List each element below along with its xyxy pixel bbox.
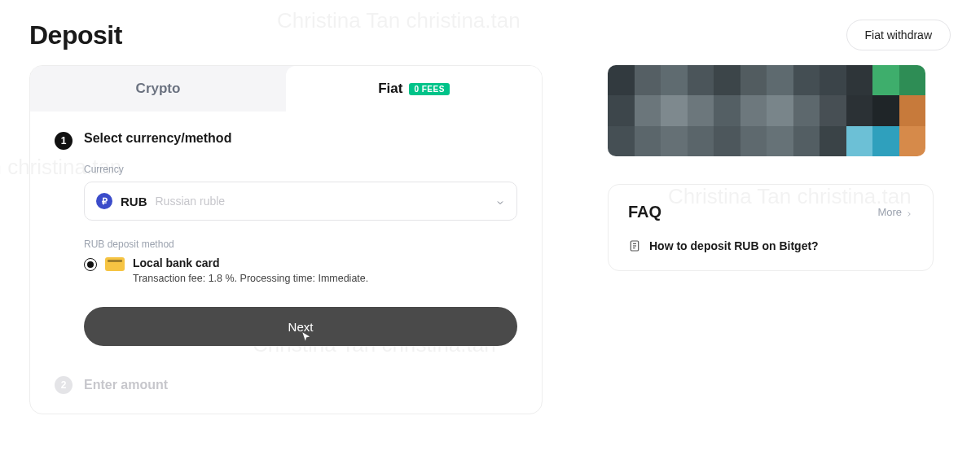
chevron-right-icon xyxy=(905,208,913,217)
currency-label: Currency xyxy=(84,164,517,175)
deposit-tabs: Crypto Fiat 0 FEES xyxy=(30,66,542,112)
deposit-card: Crypto Fiat 0 FEES 1 Select currency/met… xyxy=(29,65,543,414)
document-icon xyxy=(628,239,641,252)
tab-fiat-label: Fiat xyxy=(378,81,402,97)
tab-crypto[interactable]: Crypto xyxy=(30,66,286,112)
step-1-title: Select currency/method xyxy=(84,131,517,146)
next-button[interactable]: Next xyxy=(84,307,517,346)
rub-coin-icon: ₽ xyxy=(96,193,112,209)
bank-card-icon xyxy=(105,257,125,271)
cursor-icon xyxy=(301,331,312,343)
faq-more-link[interactable]: More xyxy=(877,206,913,218)
faq-card: FAQ More How to deposit RUB on Bitget? xyxy=(608,184,934,271)
chevron-down-icon xyxy=(495,196,505,206)
faq-more-label: More xyxy=(877,206,902,218)
faq-item-text: How to deposit RUB on Bitget? xyxy=(649,239,819,252)
method-subtext: Transaction fee: 1.8 %. Processing time:… xyxy=(133,273,517,284)
method-name: Local bank card xyxy=(133,256,517,269)
currency-select[interactable]: ₽ RUB Russian ruble xyxy=(84,182,517,221)
method-option-local-bank-card[interactable]: Local bank card Transaction fee: 1.8 %. … xyxy=(84,256,517,284)
fiat-withdraw-button[interactable]: Fiat withdraw xyxy=(846,20,951,50)
tab-fiat[interactable]: Fiat 0 FEES xyxy=(286,66,542,112)
page-title: Deposit xyxy=(29,20,122,50)
zero-fees-badge: 0 FEES xyxy=(409,83,449,95)
radio-selected-icon xyxy=(84,258,97,271)
step-2-title: Enter amount xyxy=(84,378,168,392)
step-1-number: 1 xyxy=(55,132,73,150)
tab-crypto-label: Crypto xyxy=(136,81,181,97)
faq-title: FAQ xyxy=(628,203,661,221)
faq-item[interactable]: How to deposit RUB on Bitget? xyxy=(628,239,913,252)
currency-name: Russian ruble xyxy=(156,195,226,208)
promo-banner[interactable] xyxy=(608,65,925,156)
currency-code: RUB xyxy=(121,195,147,208)
step-2-number: 2 xyxy=(55,376,73,394)
method-label: RUB deposit method xyxy=(84,239,517,250)
